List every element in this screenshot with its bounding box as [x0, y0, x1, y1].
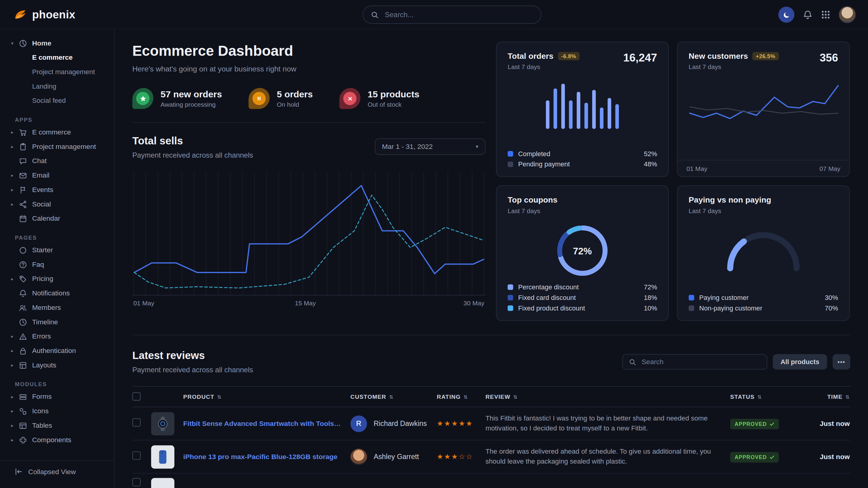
x-label-end: 07 May: [819, 165, 840, 172]
sidebar: ▾HomeE commerceProject managementLanding…: [0, 29, 115, 488]
row-checkbox[interactable]: [132, 418, 141, 427]
legend-item-pending-payment: Pending payment48%: [507, 159, 657, 169]
collapse-icon: [14, 467, 23, 476]
x-axis-label: 30 May: [464, 300, 484, 306]
sidebar-item-forms[interactable]: ▸Forms: [0, 389, 114, 404]
table-row-partial: [132, 474, 850, 488]
reviews-search-input[interactable]: [641, 357, 761, 366]
stat-out-of-stock: 15 productsOut of stock: [339, 88, 419, 109]
sidebar-item-chat[interactable]: Chat: [0, 154, 114, 168]
warning-icon: [19, 332, 32, 340]
sidebar-item-starter[interactable]: Starter: [0, 243, 114, 257]
total-orders-legend: Completed52%Pending payment48%: [507, 148, 657, 169]
chevron-right-icon: ▸: [11, 334, 19, 339]
legend-item-paying-customer: Paying customer30%: [688, 292, 838, 303]
sidebar-section-pages: PAGES: [15, 234, 114, 240]
brand[interactable]: phoenix: [13, 7, 75, 22]
pause-badge-icon: [249, 88, 270, 109]
sidebar-item-errors[interactable]: ▸Errors: [0, 329, 114, 344]
product-link[interactable]: iPhone 13 pro max-Pacific Blue-128GB sto…: [183, 453, 342, 461]
sidebar-subitem-landing[interactable]: Landing: [0, 79, 114, 93]
column-header-rating[interactable]: RATING⇅: [437, 393, 486, 400]
sidebar-item-social[interactable]: ▸Social: [0, 197, 114, 211]
sidebar-item-home[interactable]: ▾Home: [0, 36, 114, 50]
paying-legend: Paying customer30%Non-paying customer70%: [688, 292, 838, 313]
column-header-review[interactable]: REVIEW⇅: [486, 393, 730, 400]
sidebar-item-e-commerce[interactable]: ▸E commerce: [0, 125, 114, 139]
divider: [132, 122, 486, 123]
collapse-view-button[interactable]: Collapsed View: [0, 460, 114, 482]
collapse-label: Collapsed View: [28, 468, 76, 476]
all-products-button[interactable]: All products: [773, 354, 827, 369]
dashboard-top-section: Ecommerce Dashboard Here's what's going …: [132, 42, 850, 335]
legend-swatch: [688, 294, 694, 300]
form-icon: [19, 392, 32, 401]
total-orders-bar-chart: [546, 82, 619, 129]
calendar-icon: [19, 214, 32, 223]
global-search[interactable]: [363, 5, 541, 24]
column-header-time[interactable]: TIME⇅: [798, 393, 850, 400]
reviews-controls: All products ⋯: [622, 354, 850, 369]
more-options-button[interactable]: ⋯: [833, 354, 850, 369]
card-title: New customers: [688, 52, 748, 60]
flag-icon: [19, 186, 32, 194]
total-orders-card: Total orders -6.8% Last 7 days 16,247 Co…: [496, 42, 669, 177]
page-subtitle: Here's what's going on at your business …: [132, 65, 486, 73]
x-axis-label: 15 May: [295, 300, 316, 306]
legend-swatch: [507, 151, 513, 156]
column-header-status[interactable]: STATUS⇅: [730, 393, 798, 400]
card-period: Last 7 days: [688, 64, 778, 70]
reviews-table: PRODUCT⇅CUSTOMER⇅RATING⇅REVIEW⇅STATUS⇅TI…: [132, 386, 850, 488]
notifications-button[interactable]: [803, 10, 812, 20]
global-search-input[interactable]: [384, 10, 533, 19]
user-avatar[interactable]: [839, 6, 856, 23]
theme-toggle-button[interactable]: [778, 7, 795, 23]
chevron-right-icon: ▸: [11, 276, 19, 282]
sidebar-nav: ▾HomeE commerceProject managementLanding…: [0, 29, 114, 460]
grid-icon: [821, 10, 830, 19]
column-header-product[interactable]: PRODUCT⇅: [183, 393, 350, 400]
sidebar-item-events[interactable]: ▸Events: [0, 183, 114, 197]
row-checkbox[interactable]: [132, 478, 141, 487]
date-range-select[interactable]: Mar 1 - 31, 2022 ▾: [375, 138, 486, 155]
column-header-customer[interactable]: CUSTOMER⇅: [350, 393, 437, 400]
trend-badge: -6.8%: [558, 52, 580, 60]
product-link[interactable]: Fitbit Sense Advanced Smartwatch with To…: [183, 420, 342, 427]
sidebar-item-icons[interactable]: ▸Icons: [0, 404, 114, 418]
chat-icon: [19, 157, 32, 165]
stat-value: 57 new orders: [160, 89, 222, 100]
legend-item-completed: Completed52%: [507, 148, 657, 159]
sidebar-item-notifications[interactable]: Notifications: [0, 286, 114, 300]
lock-icon: [19, 347, 32, 355]
apps-grid-button[interactable]: [821, 10, 830, 19]
sidebar-item-members[interactable]: Members: [0, 300, 114, 315]
new-customers-card: New customers +26.5% Last 7 days 356 01 …: [677, 42, 850, 177]
sidebar-item-components[interactable]: ▸Components: [0, 432, 114, 447]
bell-icon: [803, 10, 812, 20]
donut-center-value: 72%: [554, 222, 611, 282]
sidebar-item-email[interactable]: ▸Email: [0, 168, 114, 183]
sidebar-subitem-social-feed[interactable]: Social feed: [0, 93, 114, 108]
sidebar-item-pricing[interactable]: ▸Pricing: [0, 271, 114, 286]
sidebar-item-authentication[interactable]: ▸Authentication: [0, 344, 114, 358]
sidebar-item-faq[interactable]: Faq: [0, 257, 114, 272]
legend-item-fixed-card-discount: Fixed card discount18%: [507, 292, 657, 303]
trend-badge: +26.5%: [752, 52, 779, 60]
sidebar-item-tables[interactable]: ▸Tables: [0, 418, 114, 433]
review-text: This Fitbit is fantastic! I was trying t…: [486, 414, 730, 433]
stats-row: 57 new ordersAwating processing5 ordersO…: [132, 88, 486, 109]
row-checkbox[interactable]: [132, 452, 141, 460]
sidebar-subitem-e-commerce[interactable]: E commerce: [0, 50, 114, 65]
select-all-checkbox[interactable]: [132, 392, 141, 400]
legend-swatch: [507, 161, 513, 167]
sidebar-item-layouts[interactable]: ▸Layouts: [0, 358, 114, 372]
total-sells-x-labels: 01 May15 May30 May: [132, 300, 486, 311]
sidebar-subitem-project-management[interactable]: Project management: [0, 65, 114, 79]
customer-name: Ashley Garrett: [374, 452, 419, 461]
sidebar-item-timeline[interactable]: Timeline: [0, 315, 114, 329]
reviews-search[interactable]: [622, 354, 767, 369]
sidebar-item-project-management[interactable]: ▸Project management: [0, 139, 114, 154]
sidebar-item-calendar[interactable]: Calendar: [0, 211, 114, 226]
legend-swatch: [507, 305, 513, 311]
chevron-right-icon: ▸: [11, 362, 19, 368]
